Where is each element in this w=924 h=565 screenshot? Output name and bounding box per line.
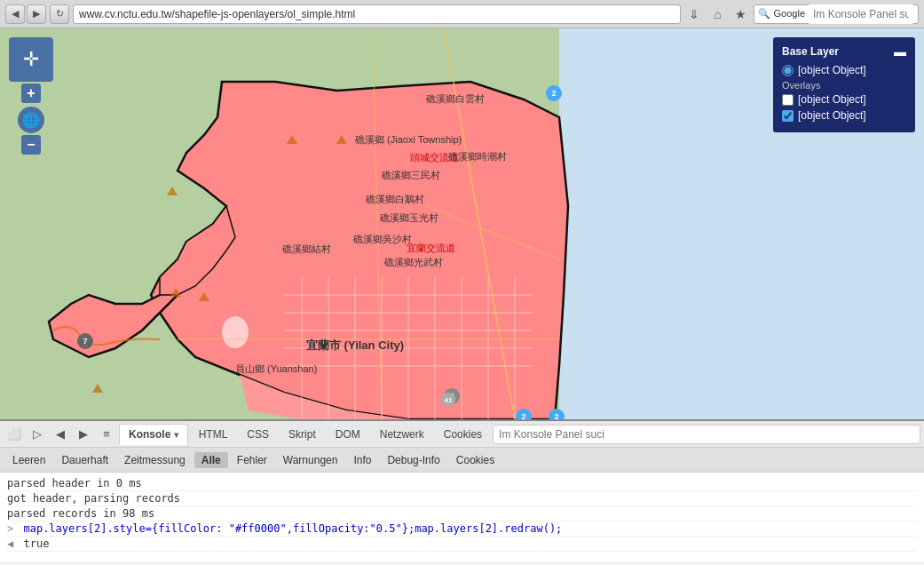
console-line-5-text: true (23, 537, 49, 550)
pan-arrows-icon: ✛ (23, 48, 39, 71)
sub-btn-leeren[interactable]: Leeren (5, 452, 52, 468)
sub-btn-zeitmessung[interactable]: Zeitmessung (117, 452, 193, 468)
tab-konsole-arrow[interactable]: ▾ (174, 430, 178, 440)
triangle-marker-4 (287, 135, 297, 144)
base-layer-item: [object Object] (782, 64, 906, 76)
overlay2-item: [object Object] (782, 109, 906, 122)
console-line-2-text: got header, parsing records (7, 492, 180, 505)
zoom-out-button[interactable]: − (21, 135, 41, 155)
layer-panel-header: Base Layer ▬ (782, 44, 906, 59)
forward-button[interactable]: ▶ (27, 4, 46, 24)
devtools-inspect-icon[interactable]: ⬜ (4, 424, 25, 445)
sub-btn-cookies[interactable]: Cookies (449, 452, 501, 468)
map-container[interactable]: 礁溪鄉白雲村 礁溪鄉 (Jiaoxi Township) 頭城交流道 礁溪鄉三民… (0, 28, 924, 419)
sub-btn-debuginfo[interactable]: Debug-Info (380, 452, 446, 468)
base-layer-label: [object Object] (798, 64, 866, 76)
tab-html[interactable]: HTML (190, 425, 237, 444)
svg-point-3 (222, 316, 249, 348)
browser-chrome: ◀ ▶ ↻ ⇓ ⌂ ★ 🔍 Google (0, 0, 924, 28)
layer-panel: Base Layer ▬ [object Object] Overlays [o… (773, 37, 915, 132)
tab-skript[interactable]: Skript (280, 425, 325, 444)
globe-button[interactable]: 🌐 (18, 107, 44, 133)
console-line-2: got header, parsing records (7, 491, 917, 506)
console-line-3-text: parsed records in 98 ms (7, 507, 154, 520)
layer-panel-close[interactable]: ▬ (894, 44, 906, 59)
back-button[interactable]: ◀ (5, 4, 25, 24)
browser-toolbar: ◀ ▶ ↻ ⇓ ⌂ ★ 🔍 Google (0, 0, 924, 28)
search-engine-label: 🔍 Google (758, 8, 805, 20)
tab-konsole[interactable]: Konsole ▾ (119, 424, 188, 445)
home-icon[interactable]: ⌂ (707, 4, 727, 24)
devtools-panel: ⬜ ▷ ◀ ▶ ≡ Konsole ▾ HTML CSS Skript DOM … (0, 419, 924, 565)
overlays-title: Overlays (782, 80, 906, 91)
triangle-marker-1 (170, 288, 181, 297)
overlay1-checkbox[interactable] (782, 94, 794, 106)
address-bar[interactable] (73, 4, 681, 24)
svg-rect-2 (0, 28, 559, 82)
tab-dom[interactable]: DOM (327, 425, 369, 444)
road-marker-2-bottom-left: 2 (516, 409, 532, 419)
devtools-prev-icon[interactable]: ◀ (50, 424, 71, 445)
console-line-4-text: map.layers[2].style={fillColor: "#ff0000… (23, 522, 562, 535)
overlay2-label: [object Object] (798, 109, 866, 122)
triangle-marker-2 (199, 292, 209, 301)
sub-btn-warnungen[interactable]: Warnungen (276, 452, 345, 468)
tab-konsole-label: Konsole (129, 428, 170, 441)
road-marker-41: 41 (441, 393, 455, 407)
refresh-button[interactable]: ↻ (50, 4, 69, 24)
browser-search-input[interactable] (808, 4, 914, 24)
console-output-indicator: ◀ (7, 537, 13, 550)
console-line-1: parsed header in 0 ms (7, 476, 917, 491)
console-line-1-text: parsed header in 0 ms (7, 477, 142, 489)
base-layer-title: Base Layer (782, 45, 839, 58)
sub-btn-dauerhaft[interactable]: Dauerhaft (54, 452, 115, 468)
console-line-3: parsed records in 98 ms (7, 506, 917, 521)
devtools-console-icon[interactable]: ▷ (27, 424, 48, 445)
console-prompt-arrow: > (7, 522, 13, 535)
road-marker-2-bottom-right: 2 (549, 409, 565, 419)
sub-btn-fehler[interactable]: Fehler (230, 452, 274, 468)
overlay1-label: [object Object] (798, 93, 866, 106)
triangle-marker-5 (336, 135, 347, 144)
devtools-expand-icon[interactable]: ≡ (96, 424, 117, 445)
zoom-in-button[interactable]: + (21, 84, 41, 103)
map-controls: ✛ + 🌐 − (9, 37, 53, 155)
sub-btn-info[interactable]: Info (346, 452, 378, 468)
base-layer-radio[interactable] (782, 65, 794, 76)
triangle-marker-6 (167, 187, 178, 195)
download-icon[interactable]: ⇓ (684, 4, 704, 24)
road-marker-7-west: 7 (77, 333, 93, 349)
devtools-console: parsed header in 0 ms got header, parsin… (0, 473, 924, 561)
tab-css[interactable]: CSS (238, 425, 278, 444)
tab-cookies[interactable]: Cookies (435, 425, 491, 444)
console-line-4: > map.layers[2].style={fillColor: "#ff00… (7, 521, 917, 537)
sub-btn-alle[interactable]: Alle (194, 452, 228, 468)
devtools-toolbar: ⬜ ▷ ◀ ▶ ≡ Konsole ▾ HTML CSS Skript DOM … (0, 421, 924, 448)
road-marker-2-top: 2 (546, 85, 562, 101)
nav-buttons: ◀ ▶ (5, 4, 46, 24)
devtools-search-input[interactable] (493, 425, 920, 444)
tab-netzwerk[interactable]: Netzwerk (371, 425, 433, 444)
triangle-marker-3 (92, 384, 103, 393)
overlay1-item: [object Object] (782, 93, 906, 106)
console-line-5: ◀ true (7, 537, 917, 552)
overlay2-checkbox[interactable] (782, 110, 794, 122)
devtools-next-icon[interactable]: ▶ (73, 424, 94, 445)
globe-icon: 🌐 (22, 112, 40, 129)
star-icon[interactable]: ★ (731, 4, 750, 24)
pan-control[interactable]: ✛ (9, 37, 53, 82)
devtools-subtoolbar: Leeren Dauerhaft Zeitmessung Alle Fehler… (0, 448, 924, 473)
